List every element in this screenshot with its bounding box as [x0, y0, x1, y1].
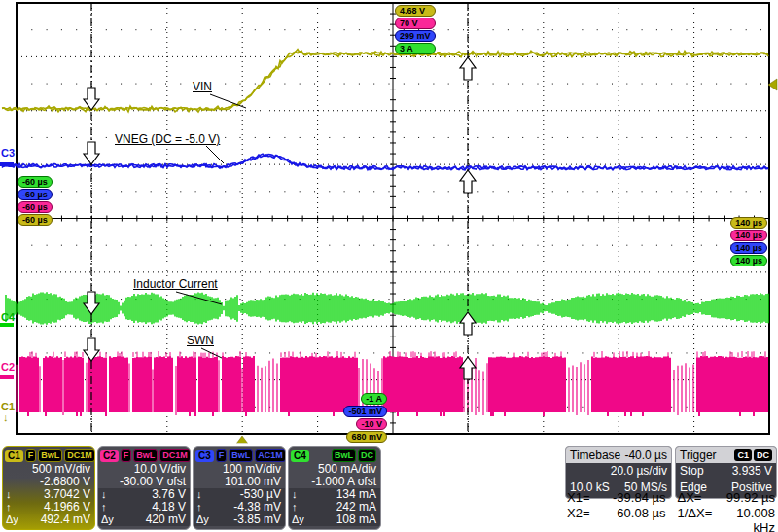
badge-filter: F	[25, 449, 37, 462]
cursor-value-c2: -10 V	[356, 418, 387, 430]
badge-bwl: BwL	[38, 449, 62, 462]
cursor-time-c3: -60 µs	[18, 189, 53, 200]
cursor-time-c1: -60 µs	[18, 214, 53, 226]
edge-marker-c3: C3	[1, 147, 15, 159]
up-arrow-icon: ↑	[196, 501, 202, 514]
cursor-time-c3: 140 µs	[730, 242, 767, 254]
trigger-title: Trigger	[680, 448, 717, 462]
badge-filter: F	[121, 449, 132, 462]
down-arrow-icon: ↓	[101, 488, 107, 501]
cursor-time-c4: -60 µs	[18, 176, 53, 188]
down-arrow-icon: ↓	[292, 488, 298, 501]
trigger-source-badge: C1	[734, 449, 752, 461]
cursor-value-c2: 70 V	[395, 18, 436, 29]
edge-marker-c4: C4	[1, 311, 15, 323]
channel-zero-marker	[0, 162, 14, 166]
waveform-display	[0, 0, 778, 447]
cursor-values-top: 4.68 V 70 V 299 mV 3 A	[395, 5, 436, 54]
channel-descriptor-c4[interactable]: C4 BwL DC 500 mA/div -1.000 A ofst ↓134 …	[288, 446, 381, 530]
trigger-mode: Stop	[680, 463, 704, 479]
cursor-value-c4: -1 A	[361, 393, 387, 405]
up-arrow-icon: ↑	[6, 501, 12, 514]
channel-badge-c2[interactable]: C2	[100, 450, 119, 462]
cursor-value-c1: 680 mV	[346, 431, 387, 443]
trigger-level: 3.935 V	[732, 463, 772, 479]
delta-y-icon: Δy	[196, 514, 209, 526]
badge-coupling: AC1M	[255, 449, 286, 462]
badge-coupling: DC1M	[159, 449, 191, 462]
cursor-x2-readout: X2= 60.08 µs 1/ΔX= 10.008 kHz	[567, 506, 775, 532]
edge-marker-c1-offscreen-arrow: ↓	[3, 411, 9, 423]
cursor-values-bottom: -1 A -501 mV -10 V 680 mV	[292, 393, 387, 443]
cursor-delta: Δy108 mA	[289, 514, 380, 526]
cursor-value-c1: 4.68 V	[395, 5, 436, 17]
down-arrow-icon: ↓	[196, 488, 202, 501]
delta-y-icon: Δy	[101, 514, 114, 526]
cursor-marker-up-arrow[interactable]	[460, 57, 476, 80]
up-arrow-icon: ↑	[101, 501, 107, 514]
annotation-pointer-line	[206, 146, 224, 163]
annotation-pointer-line	[201, 348, 222, 358]
annotation-vin: VIN	[192, 80, 213, 93]
badge-coupling: DC	[358, 449, 376, 462]
channel-badge-c1[interactable]: C1	[5, 450, 23, 462]
trigger-delay-marker[interactable]	[236, 436, 248, 443]
cursor-value-c4: 3 A	[395, 43, 436, 54]
channel-badge-c3[interactable]: C3	[195, 450, 214, 462]
channel-zero-marker	[0, 375, 14, 379]
timebase-scale: 20.0 µs/div	[611, 463, 667, 479]
cursor-time-c1: 140 µs	[730, 217, 767, 229]
annotation-inductor: Inductor Current	[132, 277, 219, 291]
cursor-marker-down-arrow[interactable]	[84, 142, 99, 164]
cursor-marker-up-arrow[interactable]	[460, 170, 476, 193]
cursor-delta: Δy420 mV	[98, 514, 190, 526]
timebase-delay: -40.0 µs	[624, 448, 667, 462]
annotation-swn: SWN	[186, 334, 215, 347]
timebase-title: Timebase	[570, 448, 620, 462]
edge-marker-c2: C2	[1, 361, 15, 372]
annotation-vneg: VNEG (DC = -5.0 V)	[114, 132, 221, 146]
cursor-time-c2: 140 µs	[730, 230, 767, 241]
oscilloscope-screen: 4.68 V 70 V 299 mV 3 A -1 A -501 mV -10 …	[0, 0, 778, 532]
cursor-time-c2: -60 µs	[18, 201, 53, 213]
badge-bwl: BwL	[229, 449, 253, 462]
channel-descriptor-c1[interactable]: C1 F BwL DC1M 500 mV/div -2.6800 V ↓3.70…	[2, 446, 95, 530]
cursor-time-c4: 140 µs	[730, 255, 767, 266]
trigger-coupling-badge: DC	[754, 449, 772, 461]
delta-y-icon: Δy	[292, 514, 304, 526]
cursor-marker-down-arrow[interactable]	[84, 88, 99, 110]
cursor-times-left: -60 µs -60 µs -60 µs -60 µs	[18, 176, 53, 226]
channel-zero-marker	[0, 323, 14, 327]
badge-coupling: DC1M	[64, 449, 95, 462]
cursor-times-right: 140 µs 140 µs 140 µs 140 µs	[723, 217, 767, 266]
up-arrow-icon: ↑	[292, 501, 298, 514]
cursor-delta: Δy492.4 mV	[3, 514, 94, 526]
channel-descriptor-c2[interactable]: C2 F BwL DC1M 10.0 V/div -30.00 V ofst ↓…	[97, 446, 191, 530]
down-arrow-icon: ↓	[6, 488, 12, 501]
channel-badge-c4[interactable]: C4	[291, 450, 309, 462]
delta-y-icon: Δy	[6, 514, 18, 526]
cursor-value-c3: -501 mV	[343, 406, 387, 417]
badge-filter: F	[216, 449, 228, 462]
cursor-delta: Δy-3.85 mV	[194, 514, 285, 526]
cursor-value-c3: 299 mV	[395, 30, 436, 42]
cursor-x1-readout: X1= -39.84 µs ΔX= 99.92 µs	[567, 490, 775, 505]
badge-bwl: BwL	[332, 449, 356, 462]
channel-descriptor-c3[interactable]: C3 F BwL AC1M 100 mV/div 101.00 mV ↓-530…	[193, 446, 286, 530]
badge-bwl: BwL	[133, 449, 158, 462]
